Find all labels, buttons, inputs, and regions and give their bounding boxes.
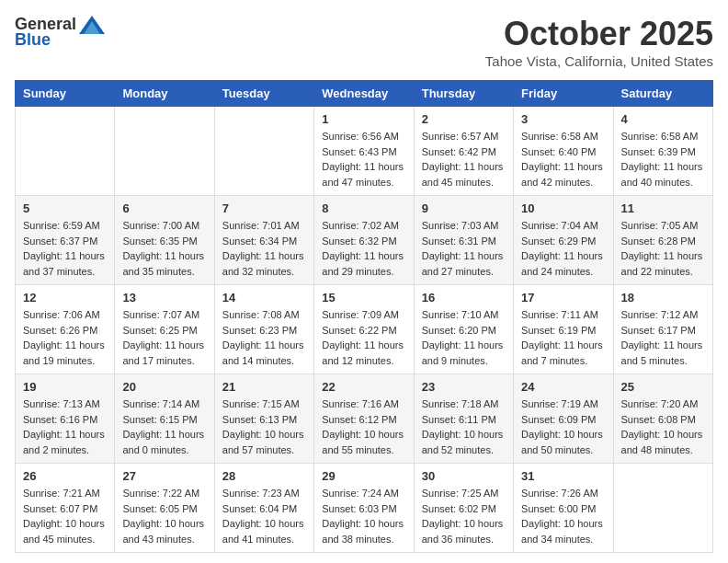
calendar-day-cell: 16Sunrise: 7:10 AM Sunset: 6:20 PM Dayli… bbox=[414, 285, 513, 374]
day-info: Sunrise: 7:23 AM Sunset: 6:04 PM Dayligh… bbox=[222, 486, 306, 546]
day-info: Sunrise: 7:16 AM Sunset: 6:12 PM Dayligh… bbox=[322, 396, 405, 457]
day-info: Sunrise: 7:22 AM Sunset: 6:05 PM Dayligh… bbox=[122, 486, 206, 546]
logo-blue-text: Blue bbox=[15, 30, 51, 50]
day-number: 28 bbox=[222, 469, 306, 483]
day-info: Sunrise: 7:21 AM Sunset: 6:07 PM Dayligh… bbox=[23, 486, 107, 546]
day-number: 13 bbox=[122, 291, 206, 304]
calendar-week-row: 26Sunrise: 7:21 AM Sunset: 6:07 PM Dayli… bbox=[16, 464, 713, 553]
day-number: 6 bbox=[122, 201, 206, 215]
day-info: Sunrise: 7:08 AM Sunset: 6:23 PM Dayligh… bbox=[222, 307, 306, 368]
header-monday: Monday bbox=[115, 81, 214, 107]
logo-icon bbox=[79, 16, 105, 34]
day-number: 11 bbox=[621, 201, 705, 215]
calendar-day-cell: 2Sunrise: 6:57 AM Sunset: 6:42 PM Daylig… bbox=[414, 107, 513, 196]
day-info: Sunrise: 7:18 AM Sunset: 6:11 PM Dayligh… bbox=[422, 396, 506, 457]
day-info: Sunrise: 7:12 AM Sunset: 6:17 PM Dayligh… bbox=[621, 307, 705, 368]
header-thursday: Thursday bbox=[414, 81, 513, 107]
calendar-day-cell: 23Sunrise: 7:18 AM Sunset: 6:11 PM Dayli… bbox=[414, 374, 513, 464]
day-info: Sunrise: 6:58 AM Sunset: 6:39 PM Dayligh… bbox=[621, 129, 705, 190]
day-number: 9 bbox=[422, 201, 506, 215]
day-number: 14 bbox=[222, 291, 306, 304]
calendar-week-row: 19Sunrise: 7:13 AM Sunset: 6:16 PM Dayli… bbox=[16, 374, 713, 464]
day-info: Sunrise: 7:10 AM Sunset: 6:20 PM Dayligh… bbox=[422, 307, 506, 368]
day-number: 24 bbox=[521, 380, 605, 394]
day-info: Sunrise: 7:15 AM Sunset: 6:13 PM Dayligh… bbox=[222, 396, 306, 457]
calendar-day-cell: 7Sunrise: 7:01 AM Sunset: 6:34 PM Daylig… bbox=[214, 196, 313, 285]
calendar-table: Sunday Monday Tuesday Wednesday Thursday… bbox=[15, 80, 713, 553]
day-number: 7 bbox=[222, 201, 306, 215]
day-number: 5 bbox=[23, 201, 107, 215]
calendar-day-cell: 30Sunrise: 7:25 AM Sunset: 6:02 PM Dayli… bbox=[414, 464, 513, 553]
day-number: 16 bbox=[422, 291, 506, 304]
calendar-week-row: 1Sunrise: 6:56 AM Sunset: 6:43 PM Daylig… bbox=[16, 107, 713, 196]
calendar-day-cell bbox=[115, 107, 214, 196]
day-number: 21 bbox=[222, 380, 306, 394]
page-header: General Blue October 2025 Tahoe Vista, C… bbox=[15, 15, 713, 69]
calendar-day-cell bbox=[16, 107, 115, 196]
day-info: Sunrise: 7:09 AM Sunset: 6:22 PM Dayligh… bbox=[322, 307, 405, 368]
day-info: Sunrise: 7:04 AM Sunset: 6:29 PM Dayligh… bbox=[521, 218, 605, 279]
day-info: Sunrise: 7:05 AM Sunset: 6:28 PM Dayligh… bbox=[621, 218, 705, 279]
day-info: Sunrise: 7:07 AM Sunset: 6:25 PM Dayligh… bbox=[122, 307, 206, 368]
day-number: 3 bbox=[521, 112, 605, 126]
calendar-day-cell: 28Sunrise: 7:23 AM Sunset: 6:04 PM Dayli… bbox=[214, 464, 313, 553]
location-title: Tahoe Vista, California, United States bbox=[485, 53, 713, 69]
day-info: Sunrise: 7:24 AM Sunset: 6:03 PM Dayligh… bbox=[322, 486, 405, 546]
day-info: Sunrise: 6:57 AM Sunset: 6:42 PM Dayligh… bbox=[422, 129, 506, 190]
day-number: 12 bbox=[23, 291, 107, 304]
calendar-day-cell: 1Sunrise: 6:56 AM Sunset: 6:43 PM Daylig… bbox=[314, 107, 414, 196]
day-number: 25 bbox=[621, 380, 705, 394]
day-info: Sunrise: 6:59 AM Sunset: 6:37 PM Dayligh… bbox=[23, 218, 107, 279]
calendar-day-cell: 20Sunrise: 7:14 AM Sunset: 6:15 PM Dayli… bbox=[115, 374, 214, 464]
day-number: 15 bbox=[322, 291, 405, 304]
calendar-day-cell: 15Sunrise: 7:09 AM Sunset: 6:22 PM Dayli… bbox=[314, 285, 414, 374]
calendar-day-cell: 9Sunrise: 7:03 AM Sunset: 6:31 PM Daylig… bbox=[414, 196, 513, 285]
logo: General Blue bbox=[15, 15, 105, 50]
day-number: 2 bbox=[422, 112, 506, 126]
calendar-day-cell: 8Sunrise: 7:02 AM Sunset: 6:32 PM Daylig… bbox=[314, 196, 414, 285]
calendar-day-cell: 10Sunrise: 7:04 AM Sunset: 6:29 PM Dayli… bbox=[514, 196, 613, 285]
day-number: 1 bbox=[322, 112, 405, 126]
calendar-day-cell: 11Sunrise: 7:05 AM Sunset: 6:28 PM Dayli… bbox=[613, 196, 712, 285]
day-number: 23 bbox=[422, 380, 506, 394]
calendar-day-cell: 17Sunrise: 7:11 AM Sunset: 6:19 PM Dayli… bbox=[514, 285, 613, 374]
weekday-header-row: Sunday Monday Tuesday Wednesday Thursday… bbox=[16, 81, 713, 107]
calendar-day-cell: 22Sunrise: 7:16 AM Sunset: 6:12 PM Dayli… bbox=[314, 374, 414, 464]
day-info: Sunrise: 7:03 AM Sunset: 6:31 PM Dayligh… bbox=[422, 218, 506, 279]
day-info: Sunrise: 7:25 AM Sunset: 6:02 PM Dayligh… bbox=[422, 486, 506, 546]
day-info: Sunrise: 7:26 AM Sunset: 6:00 PM Dayligh… bbox=[521, 486, 605, 546]
calendar-day-cell: 21Sunrise: 7:15 AM Sunset: 6:13 PM Dayli… bbox=[214, 374, 313, 464]
calendar-day-cell: 19Sunrise: 7:13 AM Sunset: 6:16 PM Dayli… bbox=[16, 374, 115, 464]
header-tuesday: Tuesday bbox=[214, 81, 313, 107]
day-number: 29 bbox=[322, 469, 405, 483]
day-info: Sunrise: 7:20 AM Sunset: 6:08 PM Dayligh… bbox=[621, 396, 705, 457]
day-number: 4 bbox=[621, 112, 705, 126]
calendar-day-cell: 31Sunrise: 7:26 AM Sunset: 6:00 PM Dayli… bbox=[514, 464, 613, 553]
day-number: 10 bbox=[521, 201, 605, 215]
day-info: Sunrise: 7:02 AM Sunset: 6:32 PM Dayligh… bbox=[322, 218, 405, 279]
calendar-day-cell: 5Sunrise: 6:59 AM Sunset: 6:37 PM Daylig… bbox=[16, 196, 115, 285]
calendar-day-cell: 14Sunrise: 7:08 AM Sunset: 6:23 PM Dayli… bbox=[214, 285, 313, 374]
day-number: 26 bbox=[23, 469, 107, 483]
day-info: Sunrise: 6:58 AM Sunset: 6:40 PM Dayligh… bbox=[521, 129, 605, 190]
day-number: 30 bbox=[422, 469, 506, 483]
day-info: Sunrise: 7:01 AM Sunset: 6:34 PM Dayligh… bbox=[222, 218, 306, 279]
day-info: Sunrise: 6:56 AM Sunset: 6:43 PM Dayligh… bbox=[322, 129, 405, 190]
day-number: 31 bbox=[521, 469, 605, 483]
calendar-day-cell: 4Sunrise: 6:58 AM Sunset: 6:39 PM Daylig… bbox=[613, 107, 712, 196]
day-number: 22 bbox=[322, 380, 405, 394]
month-title: October 2025 bbox=[485, 15, 713, 53]
header-wednesday: Wednesday bbox=[314, 81, 414, 107]
calendar-day-cell: 18Sunrise: 7:12 AM Sunset: 6:17 PM Dayli… bbox=[613, 285, 712, 374]
calendar-day-cell bbox=[214, 107, 313, 196]
calendar-day-cell bbox=[613, 464, 712, 553]
header-sunday: Sunday bbox=[16, 81, 115, 107]
day-info: Sunrise: 7:13 AM Sunset: 6:16 PM Dayligh… bbox=[23, 396, 107, 457]
calendar-week-row: 12Sunrise: 7:06 AM Sunset: 6:26 PM Dayli… bbox=[16, 285, 713, 374]
day-info: Sunrise: 7:14 AM Sunset: 6:15 PM Dayligh… bbox=[122, 396, 206, 457]
day-info: Sunrise: 7:00 AM Sunset: 6:35 PM Dayligh… bbox=[122, 218, 206, 279]
calendar-day-cell: 13Sunrise: 7:07 AM Sunset: 6:25 PM Dayli… bbox=[115, 285, 214, 374]
day-info: Sunrise: 7:06 AM Sunset: 6:26 PM Dayligh… bbox=[23, 307, 107, 368]
day-number: 17 bbox=[521, 291, 605, 304]
calendar-day-cell: 26Sunrise: 7:21 AM Sunset: 6:07 PM Dayli… bbox=[16, 464, 115, 553]
